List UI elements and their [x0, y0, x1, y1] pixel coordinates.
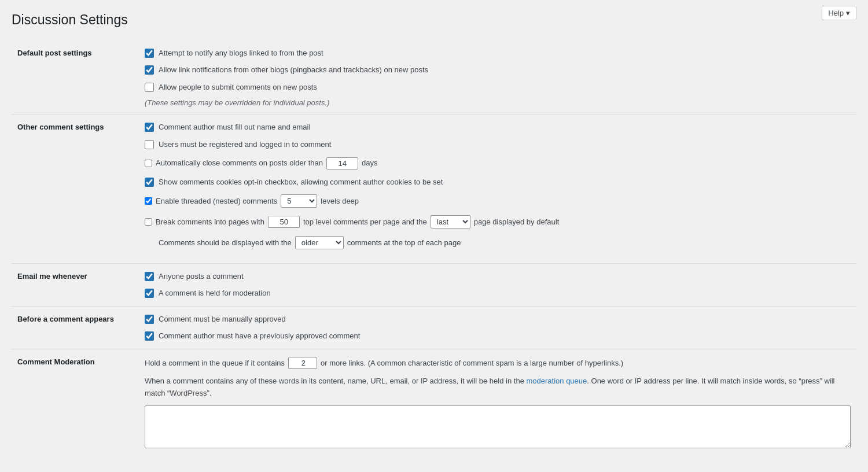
auto-close-row: Automatically close comments on posts ol… — [145, 156, 851, 171]
moderation-desc: When a comment contains any of these wor… — [145, 375, 851, 400]
checkbox-cookies: Show comments cookies opt-in checkbox, a… — [145, 176, 851, 188]
comment-moderation-content: Hold a comment in the queue if it contai… — [139, 349, 856, 455]
checkbox-allow-link-notify: Allow link notifications from other blog… — [145, 64, 851, 76]
auto-close-after-label: days — [362, 156, 377, 171]
auto-close-before-label[interactable]: Automatically close comments on posts ol… — [156, 156, 323, 171]
threaded-after-label: levels deep — [321, 194, 359, 209]
help-chevron-icon: ▾ — [846, 9, 850, 17]
checkbox-allow-comments: Allow people to submit comments on new p… — [145, 82, 851, 93]
page-title: Discussion Settings — [12, 12, 856, 29]
break-comments-after-label: page displayed by default — [474, 215, 559, 230]
default-post-settings-row: Default post settings Attempt to notify … — [12, 40, 856, 115]
previously-approved-label[interactable]: Comment author must have a previously ap… — [159, 330, 360, 342]
manually-approved-label[interactable]: Comment must be manually approved — [159, 314, 286, 325]
cookies-checkbox[interactable] — [145, 178, 154, 187]
settings-table: Default post settings Attempt to notify … — [12, 40, 856, 455]
hold-comment-after-label: or more links. (A common characteristic … — [321, 356, 623, 370]
moderation-queue-link[interactable]: moderation queue — [526, 377, 587, 385]
comment-moderation-row: Comment Moderation Hold a comment in the… — [12, 349, 856, 455]
cookies-label[interactable]: Show comments cookies opt-in checkbox, a… — [159, 176, 443, 188]
checkbox-registered-logged-in: Users must be registered and logged in t… — [145, 139, 851, 150]
anyone-posts-checkbox[interactable] — [145, 272, 154, 281]
checkbox-attempt-notify: Attempt to notify any blogs linked to fr… — [145, 47, 851, 59]
auto-close-days-input[interactable] — [326, 157, 358, 169]
allow-link-notify-label[interactable]: Allow link notifications from other blog… — [159, 64, 428, 76]
other-comment-settings-row: Other comment settings Comment author mu… — [12, 115, 856, 264]
break-comments-checkbox[interactable] — [145, 218, 152, 226]
threaded-levels-select[interactable]: 1 2 3 4 5 6 7 8 9 10 — [281, 194, 317, 208]
display-order-row: Comments should be displayed with the ol… — [159, 235, 851, 250]
before-comment-appears-row: Before a comment appears Comment must be… — [12, 306, 856, 349]
checkbox-anyone-posts: Anyone posts a comment — [145, 271, 851, 282]
attempt-notify-checkbox[interactable] — [145, 49, 154, 58]
email-me-whenever-row: Email me whenever Anyone posts a comment… — [12, 263, 856, 306]
email-me-whenever-label: Email me whenever — [12, 263, 139, 306]
email-me-whenever-content: Anyone posts a comment A comment is held… — [139, 263, 856, 306]
page-wrapper: Help ▾ Discussion Settings Default post … — [0, 0, 868, 467]
manually-approved-checkbox[interactable] — [145, 315, 154, 324]
threaded-row: Enable threaded (nested) comments 1 2 3 … — [145, 194, 851, 209]
hold-comment-before-label: Hold a comment in the queue if it contai… — [145, 356, 285, 370]
allow-link-notify-checkbox[interactable] — [145, 65, 154, 75]
break-comments-per-page-input[interactable] — [268, 216, 300, 228]
author-fill-out-label[interactable]: Comment author must fill out name and em… — [159, 121, 310, 133]
moderation-words-textarea[interactable] — [145, 405, 851, 448]
default-post-settings-content: Attempt to notify any blogs linked to fr… — [139, 40, 856, 115]
checkbox-manually-approved: Comment must be manually approved — [145, 314, 851, 325]
break-comments-row: Break comments into pages with top level… — [145, 215, 851, 230]
display-order-before-label: Comments should be displayed with the — [159, 235, 292, 250]
display-order-select[interactable]: older newer — [295, 236, 344, 249]
anyone-posts-label[interactable]: Anyone posts a comment — [159, 271, 244, 282]
break-comments-before-label[interactable]: Break comments into pages with — [156, 215, 264, 230]
moderation-desc-before: When a comment contains any of these wor… — [145, 377, 526, 385]
attempt-notify-label[interactable]: Attempt to notify any blogs linked to fr… — [159, 47, 323, 59]
page-order-select[interactable]: first last — [431, 215, 470, 228]
before-comment-appears-content: Comment must be manually approved Commen… — [139, 306, 856, 349]
author-fill-out-checkbox[interactable] — [145, 123, 154, 132]
default-post-settings-label: Default post settings — [12, 40, 139, 115]
allow-comments-checkbox[interactable] — [145, 83, 154, 92]
checkbox-held-for-moderation: A comment is held for moderation — [145, 287, 851, 299]
threaded-checkbox[interactable] — [145, 197, 152, 205]
help-label: Help — [828, 9, 844, 17]
other-comment-settings-label: Other comment settings — [12, 115, 139, 264]
display-order-after-label: comments at the top of each page — [347, 235, 461, 250]
help-button[interactable]: Help ▾ — [822, 6, 856, 20]
default-post-settings-note: (These settings may be overridden for in… — [145, 98, 851, 107]
held-for-moderation-label[interactable]: A comment is held for moderation — [159, 287, 271, 299]
checkbox-author-fill-out: Comment author must fill out name and em… — [145, 121, 851, 133]
threaded-before-label[interactable]: Enable threaded (nested) comments — [156, 194, 277, 209]
registered-logged-in-label[interactable]: Users must be registered and logged in t… — [159, 139, 331, 150]
hold-links-input[interactable] — [288, 357, 317, 369]
registered-logged-in-checkbox[interactable] — [145, 140, 154, 149]
before-comment-appears-label: Before a comment appears — [12, 306, 139, 349]
hold-comment-row: Hold a comment in the queue if it contai… — [145, 356, 851, 370]
other-comment-settings-content: Comment author must fill out name and em… — [139, 115, 856, 264]
comment-moderation-label: Comment Moderation — [12, 349, 139, 455]
break-comments-mid-label: top level comments per page and the — [303, 215, 427, 230]
allow-comments-label[interactable]: Allow people to submit comments on new p… — [159, 82, 317, 93]
checkbox-previously-approved: Comment author must have a previously ap… — [145, 330, 851, 342]
previously-approved-checkbox[interactable] — [145, 331, 154, 341]
auto-close-checkbox[interactable] — [145, 160, 152, 167]
held-for-moderation-checkbox[interactable] — [145, 289, 154, 298]
